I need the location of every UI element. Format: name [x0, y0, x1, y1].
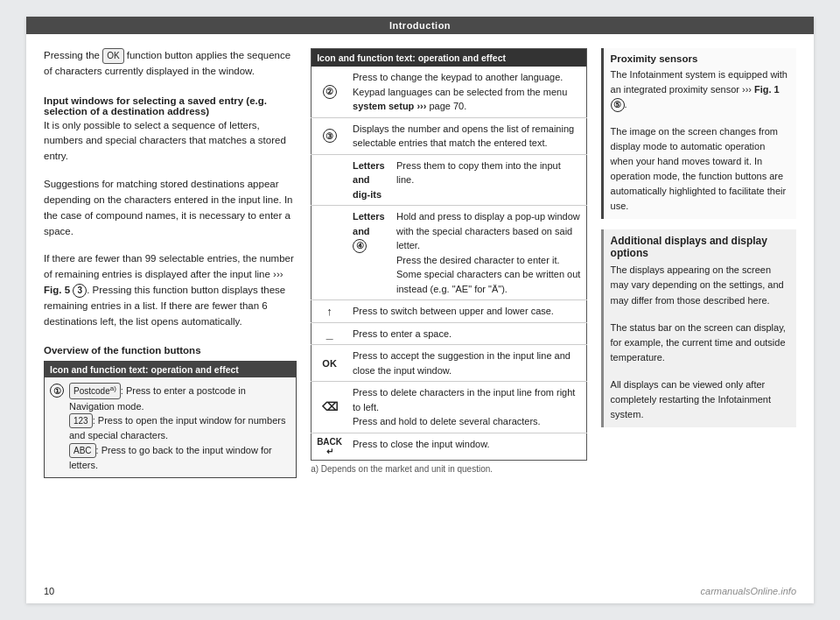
inner-table-body: ① Postcodea): Press to enter a postcode … — [45, 377, 296, 477]
table-row: ① Postcodea): Press to enter a postcode … — [50, 381, 290, 474]
circle-3-icon: ③ — [323, 129, 337, 143]
proximity-text2: The image on the screen changes from dis… — [611, 124, 789, 214]
ok-icon: OK — [322, 358, 337, 369]
desc-ok: Press to accept the suggestion in the in… — [347, 345, 586, 382]
main-table: Icon and function text: operation and ef… — [311, 48, 586, 461]
additional-displays-text2: The status bar on the screen can display… — [611, 321, 789, 365]
middle-column: Icon and function text: operation and ef… — [311, 48, 586, 589]
circle-2-icon: ② — [323, 85, 337, 99]
table-row: ② Press to change the keypad to another … — [312, 67, 586, 117]
table-row: _ Press to enter a space. — [312, 322, 586, 345]
page: Introduction Pressing the OK function bu… — [26, 17, 814, 603]
table-row: OK Press to accept the suggestion in the… — [312, 345, 586, 382]
desc-cell-3: Displays the number and opens the list o… — [347, 117, 586, 154]
overview-section: Overview of the function buttons Icon an… — [44, 338, 297, 478]
circle-4-icon: ④ — [353, 239, 367, 253]
icon-cell-space: _ — [312, 322, 347, 345]
row1-item1: Postcodea): Press to enter a postcode in… — [69, 383, 290, 413]
intro-paragraph: Pressing the OK function button applies … — [44, 48, 297, 80]
page-body: Pressing the OK function button applies … — [26, 34, 814, 603]
circle-icon-1: ① — [50, 384, 64, 398]
table-row: Letters and dig-its Press them to copy t… — [312, 154, 586, 206]
table-row: ↑ Press to switch between upper and lowe… — [312, 300, 586, 323]
right-column: Proximity sensors The Infotainment syste… — [601, 48, 796, 589]
inner-table: Icon and function text: operation and ef… — [44, 361, 297, 478]
arrow-up-icon: ↑ — [326, 305, 332, 318]
icon-cell-3: ③ — [312, 117, 347, 154]
icon-cell-back: BACK ↵ — [312, 433, 347, 460]
desc-arrow: Press to switch between upper and lower … — [347, 300, 586, 323]
overview-heading: Overview of the function buttons — [44, 345, 297, 356]
desc-letters-digits: Press them to copy them into the input l… — [391, 154, 586, 206]
ok-button-inline: OK — [102, 48, 123, 64]
proximity-title: Proximity sensors — [611, 53, 789, 64]
page-header: Introduction — [26, 17, 814, 34]
additional-displays-title: Additional displays and display options — [611, 235, 789, 259]
space-icon: _ — [326, 327, 333, 341]
icon-cell-2: ② — [312, 67, 347, 117]
desc-del: Press to delete characters in the input … — [347, 382, 586, 433]
page-number: 10 — [44, 586, 54, 596]
inner-table-header: Icon and function text: operation and ef… — [45, 362, 296, 377]
left-column: Pressing the OK function button applies … — [44, 48, 297, 589]
circle-5-icon: ⑤ — [611, 98, 625, 112]
table-row: ⌫ Press to delete characters in the inpu… — [312, 382, 586, 433]
row1-item2: 123: Press to open the input window for … — [69, 413, 290, 443]
table-row: Letters and ④ Hold and press to display … — [312, 206, 586, 300]
icon-cell-arrow: ↑ — [312, 300, 347, 323]
postcode-btn: Postcodea) — [69, 383, 121, 398]
section1-p2: Suggestions for matching stored destinat… — [44, 177, 297, 239]
table-row: ③ Displays the number and opens the list… — [312, 117, 586, 154]
additional-displays-box: Additional displays and display options … — [601, 229, 796, 426]
additional-displays-text3: All displays can be viewed only after co… — [611, 377, 789, 422]
header-title: Introduction — [389, 20, 451, 31]
watermark-text: carmanualsOnline.info — [701, 586, 796, 596]
icon-cell-del: ⌫ — [312, 382, 347, 433]
circle-3: 3 — [73, 284, 87, 298]
desc-space: Press to enter a space. — [347, 322, 586, 345]
label-letters-digits: Letters and dig-its — [347, 154, 391, 206]
abc-btn: ABC — [69, 443, 96, 458]
row1-content: Postcodea): Press to enter a postcode in… — [69, 383, 290, 472]
section1-heading: Input windows for selecting a saved entr… — [44, 95, 297, 116]
desc-letters-4: Hold and press to display a pop-up windo… — [391, 206, 586, 300]
desc-cell-2: Press to change the keypad to another la… — [347, 67, 586, 117]
icon-cell-letters2 — [312, 206, 347, 300]
proximity-text1: The Infotainment system is equipped with… — [611, 67, 789, 112]
icon-cell-letters1 — [312, 154, 347, 206]
footnote: a) Depends on the market and unit in que… — [311, 464, 586, 474]
main-table-header: Icon and function text: operation and ef… — [312, 49, 586, 67]
section1-p3: If there are fewer than 99 selectable en… — [44, 251, 297, 329]
delete-icon: ⌫ — [322, 400, 338, 413]
proximity-box: Proximity sensors The Infotainment syste… — [601, 48, 796, 219]
row1-item3: ABC: Press to go back to the input windo… — [69, 443, 290, 473]
section1-p1: It is only possible to select a sequence… — [44, 118, 297, 165]
section1: Input windows for selecting a saved entr… — [44, 88, 297, 330]
table-row: BACK ↵ Press to close the input window. — [312, 433, 586, 460]
icon-cell-ok: OK — [312, 345, 347, 382]
desc-back: Press to close the input window. — [347, 433, 586, 460]
123-btn: 123 — [69, 413, 93, 428]
additional-displays-text1: The displays appearing on the screen may… — [611, 263, 789, 307]
label-letters-4: Letters and ④ — [347, 206, 391, 300]
